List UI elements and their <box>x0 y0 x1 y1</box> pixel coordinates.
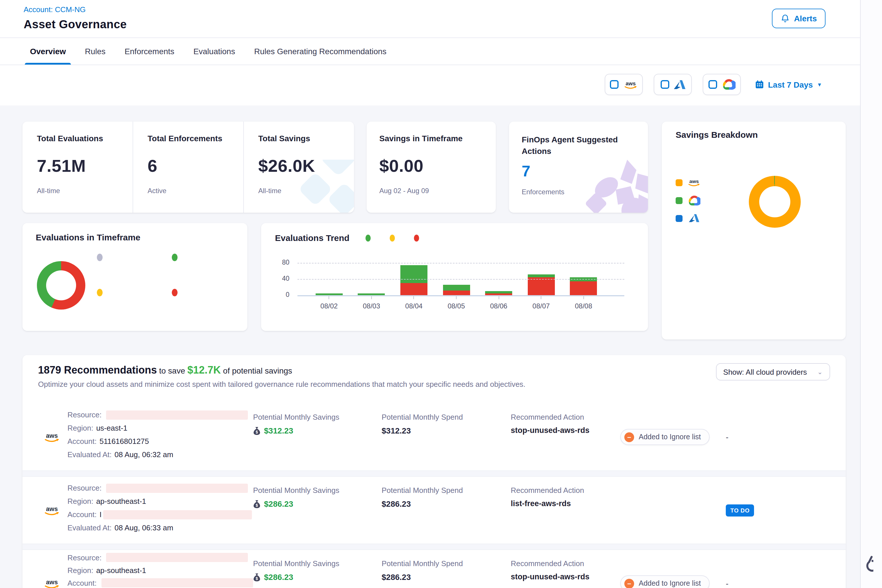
bell-icon <box>781 14 790 23</box>
tab-rules[interactable]: Rules <box>83 38 108 64</box>
bar-segment-success <box>316 293 343 295</box>
trend-legend-item-partial-success <box>390 234 399 241</box>
recommendations-panel: 1879 Recommendations to save $12.7K of p… <box>22 355 846 588</box>
potential-monthly-savings: Potential Monthly Savings$$286.23 <box>253 550 382 588</box>
recommendation-row[interactable]: awsResource:Region:ap-southeast-1Account… <box>22 477 846 544</box>
row-separator <box>22 470 846 477</box>
azure-checkbox[interactable] <box>661 80 669 89</box>
evaluations-legend-item-total-evaluations <box>97 254 172 289</box>
gridline-80 <box>297 263 624 264</box>
potential-monthly-spend: Potential Monthly Spend$286.23 <box>382 477 511 544</box>
provider-filter-chip-aws[interactable]: aws <box>605 74 643 95</box>
status-empty: - <box>726 432 728 442</box>
potential-monthly-spend: Potential Monthly Spend$312.23 <box>382 404 511 470</box>
x-tick <box>498 296 499 299</box>
help-icon[interactable] <box>864 556 873 579</box>
filter-group: aws Last 7 Days ▼ <box>605 74 822 95</box>
stat-title: FinOps Agent Suggested Actions <box>522 134 635 157</box>
money-bag-icon: $ <box>253 426 261 435</box>
stat-title: Total Savings <box>258 134 348 143</box>
status-empty: - <box>726 579 728 588</box>
svg-text:aws: aws <box>46 505 58 512</box>
provider-filter-chip-azure[interactable] <box>654 74 692 95</box>
bar-group-08-03 <box>350 253 393 295</box>
evaluations-trend-header: Evaluations Trend <box>275 233 423 243</box>
x-tick <box>371 296 372 299</box>
stat-total-savings: Total Savings $26.0K All-time <box>243 122 354 213</box>
stat-total-evaluations: Total Evaluations 7.51M All-time <box>22 122 133 213</box>
recommendation-row[interactable]: awsResource:Region:ap-southeast-1Account… <box>22 550 846 588</box>
x-axis-labels: 08/0208/0308/0408/0508/0608/0708/08 <box>308 296 605 310</box>
legend-dot <box>414 234 419 241</box>
x-axis-label-08-05: 08/05 <box>435 296 477 310</box>
redacted-account <box>103 510 252 519</box>
spend-value: $286.23 <box>382 499 511 508</box>
x-tick <box>414 296 414 299</box>
aws-logo-icon: aws <box>43 477 68 544</box>
aws-checkbox[interactable] <box>610 80 618 89</box>
aws-logo-icon: aws <box>43 550 68 588</box>
spend-value: $312.23 <box>382 426 511 435</box>
recommended-action: Recommended Actionlist-free-aws-rds <box>511 477 620 544</box>
provider-filter-chip-gcp[interactable] <box>703 74 741 95</box>
x-label: 08/03 <box>363 302 380 310</box>
stat-caption: Enforcements <box>522 188 635 196</box>
evaluations-legend-item-partial-success <box>97 289 172 324</box>
region-value: ap-southeast-1 <box>96 566 146 574</box>
stat-title: Total Enforcements <box>148 134 237 143</box>
y-axis-tick-40: 40 <box>274 275 290 282</box>
y-axis-tick-80: 80 <box>274 259 290 266</box>
redacted-resource <box>106 410 248 419</box>
svg-text:aws: aws <box>46 432 58 439</box>
minus-circle-icon: – <box>624 579 634 588</box>
evaluations-trend-chart: 08/0208/0308/0408/0508/0608/0708/08 0408… <box>293 253 624 316</box>
redacted-account <box>101 578 253 587</box>
svg-text:aws: aws <box>626 80 636 86</box>
recommendations-header: 1879 Recommendations to save $12.7K of p… <box>22 355 846 404</box>
svg-text:aws: aws <box>46 578 58 585</box>
cloud-provider-filter-select[interactable]: Show: All cloud providers ⌄ <box>716 363 830 381</box>
money-bag-icon: $ <box>253 500 261 508</box>
date-range-picker[interactable]: Last 7 Days ▼ <box>756 80 822 89</box>
svg-text:$: $ <box>256 576 258 580</box>
evaluations-trend-legend <box>366 234 423 241</box>
todo-status-badge: TO DO <box>726 504 754 516</box>
gcp-logo-icon <box>722 79 736 90</box>
account-value: 511616801275 <box>99 437 149 446</box>
y-axis-tick-0: 0 <box>274 291 290 298</box>
evaluations-legend-item-failed <box>172 289 247 324</box>
tab-enforcements[interactable]: Enforcements <box>123 38 176 64</box>
dashboard-area: Total Evaluations 7.51M All-time Total E… <box>0 105 860 588</box>
legend-dot <box>97 289 103 296</box>
trend-legend-item-failed <box>414 234 423 241</box>
x-axis-label-08-02: 08/02 <box>308 296 350 310</box>
chevron-down-icon: ▼ <box>817 82 822 87</box>
recommendations-list: awsResource:Region:us-east-1Account:5116… <box>22 404 846 588</box>
bar-segment-success <box>443 285 470 291</box>
legend-dot <box>172 254 177 261</box>
added-to-ignore-list-pill[interactable]: –Added to Ignore list <box>620 575 710 588</box>
x-axis-label-08-07: 08/07 <box>520 296 562 310</box>
bar-group-08-04 <box>393 253 435 295</box>
alerts-button[interactable]: Alerts <box>772 9 825 28</box>
tab-rules-generating-recommendations[interactable]: Rules Generating Recommendations <box>252 38 388 64</box>
redacted-resource <box>106 483 248 493</box>
stat-value: 6 <box>148 156 237 176</box>
recommendation-row[interactable]: awsResource:Region:us-east-1Account:5116… <box>22 404 846 470</box>
stats-summary-card: Total Evaluations 7.51M All-time Total E… <box>22 122 354 213</box>
ignore-pill-label: Added to Ignore list <box>639 433 701 441</box>
gcp-checkbox[interactable] <box>708 80 717 89</box>
savings-breakdown-donut-chart <box>749 176 801 228</box>
trend-legend-item-success <box>366 234 375 241</box>
tab-overview[interactable]: Overview <box>28 38 68 64</box>
stat-caption: Active <box>148 187 237 195</box>
spend-value: $286.23 <box>382 572 511 582</box>
bar-segment-failed <box>443 290 470 295</box>
aws-logo-icon: aws <box>43 404 68 470</box>
tab-evaluations[interactable]: Evaluations <box>192 38 237 64</box>
added-to-ignore-list-pill[interactable]: –Added to Ignore list <box>620 429 710 445</box>
stat-caption: Aug 02 - Aug 09 <box>380 187 483 195</box>
x-axis-label-08-06: 08/06 <box>478 296 520 310</box>
account-breadcrumb-link[interactable]: Account: CCM-NG <box>24 5 86 14</box>
svg-text:$: $ <box>256 502 258 507</box>
